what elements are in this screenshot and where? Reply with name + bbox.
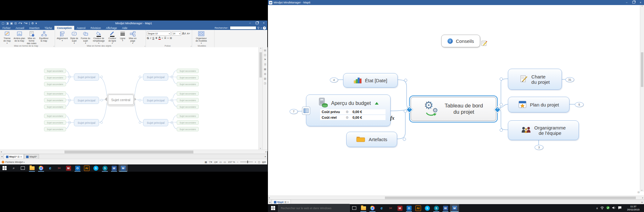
zoom-level[interactable]: 157 %: [228, 161, 235, 163]
secondary-topic[interactable]: Sujet secondaire: [44, 91, 66, 96]
secondary-topic[interactable]: Sujet secondaire: [177, 75, 199, 80]
left-titlebar[interactable]: ▢ ◨ ▣ ⊡ ↶▾ ↷▾ | ⚙ ▾ Mindjet MindManager …: [0, 20, 267, 26]
start-button[interactable]: [0, 164, 9, 172]
tab-float-icon[interactable]: ⊡: [285, 201, 286, 203]
tab-revision[interactable]: Révision: [88, 26, 103, 30]
snipping-tool-icon[interactable]: ✂: [55, 164, 64, 172]
couleur-remplissage-button[interactable]: Couleur de remplissage▾: [91, 31, 106, 44]
strikethrough-button[interactable]: Ŧ: [156, 37, 158, 40]
vertical-scroll-thumb[interactable]: [259, 52, 262, 77]
scroll-right-icon[interactable]: ▸: [642, 197, 643, 199]
main-topic[interactable]: Sujet principal: [74, 97, 99, 104]
bold-button[interactable]: G: [147, 37, 149, 40]
mise-en-page-button[interactable]: Mise en page▾: [127, 31, 138, 44]
dialog-launcher-icon[interactable]: ⌟: [191, 44, 192, 47]
help-icon[interactable]: ?: [263, 26, 266, 30]
scroll-left-icon[interactable]: ◂: [1, 151, 2, 153]
topic-apercu-budget[interactable]: Aperçu du budget Coût prévu ⚙ 0,00 € Coû…: [306, 95, 391, 126]
sync-status-icon[interactable]: [606, 206, 610, 210]
tab-scroll-left-icon[interactable]: ◂: [268, 201, 272, 203]
mindmanager-taskbar-icon[interactable]: M: [450, 204, 459, 212]
library-pane-icon[interactable]: ▦: [264, 68, 266, 71]
outline-view-icon[interactable]: ▭: [219, 161, 222, 163]
tab-scroll-left-icon[interactable]: ◂: [0, 155, 4, 158]
outlook-icon[interactable]: O: [404, 204, 414, 212]
outlook-icon[interactable]: O: [73, 164, 82, 172]
taskbar-search-icon[interactable]: ⌕: [9, 164, 18, 172]
outline-pane-icon[interactable]: ☰: [264, 63, 266, 66]
taskbar-clock[interactable]: 11:37 20/11/2015: [625, 205, 641, 211]
font-size-select[interactable]: 14▾: [172, 32, 181, 36]
mise-en-forme-notes-button[interactable]: Mise en forme des notes: [25, 31, 38, 45]
subtopic-count-badge[interactable]: 3: [535, 145, 543, 150]
horizontal-scroll-thumb[interactable]: [64, 151, 193, 153]
task-view-icon[interactable]: [350, 204, 359, 212]
tab-affichage[interactable]: Affichage: [103, 26, 119, 30]
minimize-button[interactable]: −: [623, 1, 630, 4]
tab-close-icon[interactable]: ×: [20, 156, 22, 158]
secondary-topic[interactable]: Sujet secondaire: [177, 120, 199, 125]
autocalc-gear-icon[interactable]: ⚙: [346, 116, 349, 120]
secondary-topic[interactable]: Sujet secondaire: [177, 98, 199, 102]
edge-icon[interactable]: e: [377, 204, 386, 212]
secondary-topic[interactable]: Sujet secondaire: [44, 114, 66, 118]
central-topic-selected[interactable]: ⚙⚙ Tableau de bord du projet: [409, 95, 498, 123]
secondary-topic[interactable]: Sujet secondaire: [177, 91, 199, 96]
topic-organigramme[interactable]: Organigramme de l'équipe: [508, 120, 579, 140]
markers-pane-icon[interactable]: ⚑: [264, 58, 266, 61]
zoom-slider-thumb[interactable]: [247, 161, 248, 163]
tab-float-icon[interactable]: ⊡: [18, 156, 19, 158]
mindjet-viewer-icon[interactable]: M: [64, 164, 73, 172]
subtopic-count-badge[interactable]: 7: [290, 109, 298, 114]
doc-tab-map5[interactable]: Map5*: [24, 154, 39, 159]
doc-tab-map1[interactable]: Map1* ⊡ ×: [4, 154, 24, 159]
secondary-topic[interactable]: Sujet secondaire: [177, 114, 199, 118]
secondary-topic[interactable]: Sujet secondaire: [177, 82, 199, 86]
task-view-icon[interactable]: [18, 164, 27, 172]
map6-vertical-scrollbar[interactable]: ˄˅: [640, 5, 644, 192]
tab-avance[interactable]: Avancé: [74, 26, 88, 30]
scroll-down-icon[interactable]: ˅: [641, 189, 642, 192]
scroll-up-icon[interactable]: ˄: [260, 47, 261, 49]
print-icon[interactable]: ⊡: [14, 22, 17, 25]
underline-button[interactable]: S: [153, 37, 154, 40]
font-color-button[interactable]: A: [158, 36, 161, 40]
main-topic[interactable]: Sujet principal: [74, 119, 99, 126]
right-titlebar[interactable]: M Mindjet MindManager - Map6 − ×: [268, 0, 644, 5]
maximize-button[interactable]: [630, 1, 637, 4]
scroll-left-icon[interactable]: ◂: [269, 197, 270, 199]
chrome-icon[interactable]: [368, 204, 377, 212]
skype-icon[interactable]: S: [423, 204, 432, 212]
central-topic[interactable]: Sujet central: [108, 95, 134, 105]
map-view-icon[interactable]: ▭: [224, 161, 226, 163]
alignement-button[interactable]: Alignement▾: [56, 31, 69, 42]
fit-map-icon[interactable]: ◻: [258, 161, 260, 163]
secondary-topic[interactable]: Sujet secondaire: [44, 75, 66, 80]
binoculars-icon[interactable]: ⚲: [257, 26, 259, 30]
mindjet-files-button[interactable]: Fichiers Mindjet: [5, 161, 23, 163]
zoom-in-icon[interactable]: +: [255, 161, 256, 163]
search-pane-icon[interactable]: ◍: [264, 72, 266, 75]
main-topic[interactable]: Sujet principal: [143, 97, 168, 104]
new-file-icon[interactable]: ▢: [2, 22, 4, 25]
select-icon[interactable]: ◎▾: [214, 161, 218, 163]
skype-icon[interactable]: S: [91, 164, 100, 172]
tab-close-icon[interactable]: ×: [287, 201, 289, 203]
ligne-button[interactable]: Ligne▾: [118, 31, 127, 42]
floating-topic-conseils[interactable]: i Conseils: [441, 35, 480, 47]
notes-icon[interactable]: [481, 40, 488, 48]
search-input[interactable]: [230, 26, 256, 30]
collapse-triangle-icon[interactable]: [375, 102, 379, 105]
save-icon[interactable]: ▣: [10, 22, 13, 25]
zoom-slider[interactable]: [240, 162, 253, 162]
view-options-icon[interactable]: ▤▾: [262, 161, 266, 163]
italic-button[interactable]: I: [150, 37, 151, 40]
undo-icon[interactable]: ↶▾: [18, 22, 22, 25]
map1-horizontal-scrollbar[interactable]: ◂▸: [0, 150, 267, 154]
maximize-button[interactable]: [253, 22, 260, 25]
equilibrer-map-button[interactable]: Équilibrer la map: [38, 31, 50, 42]
skype-business-icon[interactable]: S: [432, 204, 441, 212]
file-explorer-icon[interactable]: [27, 164, 36, 172]
subtopic-count-badge[interactable]: 31: [565, 77, 574, 82]
word-icon[interactable]: W: [109, 164, 119, 172]
